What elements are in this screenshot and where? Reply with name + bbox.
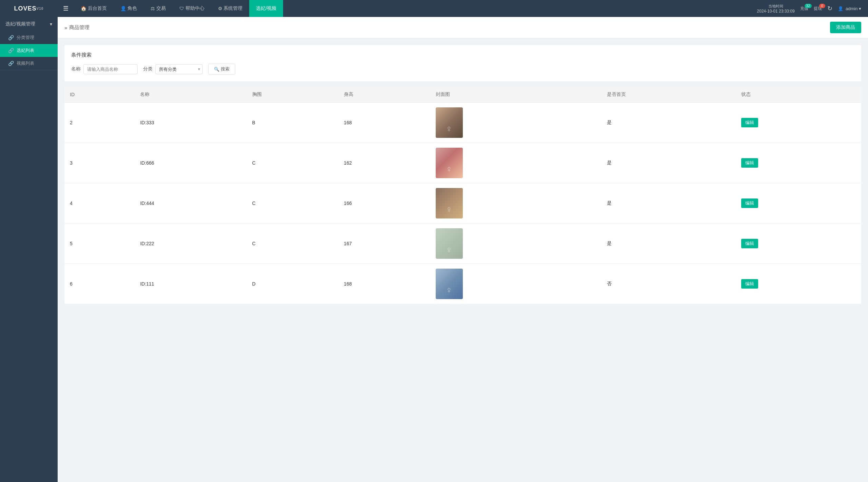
app-logo: LOVESV10 bbox=[0, 5, 58, 12]
video-list-icon: 🔗 bbox=[8, 61, 14, 66]
table-row: 4 ID:444 C 166 是 编辑 bbox=[64, 183, 861, 224]
category-label: 分类 bbox=[143, 66, 153, 72]
search-form: 名称 分类 所有分类 A B C D ▾ bbox=[71, 64, 854, 75]
cell-status: 编辑 bbox=[736, 183, 861, 224]
nav-item-transaction[interactable]: ⚖ 交易 bbox=[144, 0, 173, 17]
nav-item-dashboard[interactable]: 🏠 后台首页 bbox=[74, 0, 114, 17]
cell-name: ID:666 bbox=[135, 143, 246, 183]
menu-toggle-button[interactable]: ☰ bbox=[58, 5, 74, 12]
data-table: ID 名称 胸围 身高 封面图 是否首页 状态 2 ID:333 B 168 是… bbox=[64, 87, 861, 304]
cell-is-home: 是 bbox=[601, 183, 736, 224]
cell-status: 编辑 bbox=[736, 264, 861, 304]
name-form-group: 名称 bbox=[71, 64, 138, 74]
category-form-group: 分类 所有分类 A B C D ▾ bbox=[143, 64, 203, 74]
top-navigation: LOVESV10 ☰ 🏠 后台首页 👤 角色 ⚖ 交易 🛡 帮助中心 ⚙ 系统管… bbox=[0, 0, 868, 17]
withdraw-button[interactable]: 0 提现 bbox=[814, 6, 822, 12]
cover-image bbox=[436, 188, 463, 218]
nav-time: 当地时间 2024-10-01 23:33:09 bbox=[757, 4, 794, 14]
table-section: ID 名称 胸围 身高 封面图 是否首页 状态 2 ID:333 B 168 是… bbox=[64, 87, 861, 304]
transaction-icon: ⚖ bbox=[151, 6, 155, 11]
name-search-input[interactable] bbox=[83, 64, 138, 74]
sidebar-group-select-video: 选妃/视频管理 ▾ 🔗 分类管理 🔗 选妃列表 🔗 视频列表 bbox=[0, 17, 58, 70]
add-product-button[interactable]: 添加商品 bbox=[830, 22, 861, 33]
user-menu[interactable]: 👤 admin ▾ bbox=[838, 6, 861, 11]
col-header-status: 状态 bbox=[736, 87, 861, 103]
sidebar-item-girl-list[interactable]: 🔗 选妃列表 bbox=[0, 44, 58, 57]
cell-is-home: 是 bbox=[601, 103, 736, 143]
cell-id: 5 bbox=[64, 224, 135, 264]
cell-status: 编辑 bbox=[736, 224, 861, 264]
col-header-id: ID bbox=[64, 87, 135, 103]
cell-cover bbox=[430, 143, 601, 183]
cover-image bbox=[436, 228, 463, 259]
category-select-wrapper: 所有分类 A B C D ▾ bbox=[155, 64, 203, 74]
nav-item-system[interactable]: ⚙ 系统管理 bbox=[211, 0, 250, 17]
cell-cover bbox=[430, 183, 601, 224]
cell-name: ID:222 bbox=[135, 224, 246, 264]
breadcrumb: » 商品管理 bbox=[64, 24, 90, 31]
cell-name: ID:444 bbox=[135, 183, 246, 224]
nav-item-select-video[interactable]: 选妃/视频 bbox=[249, 0, 283, 17]
help-icon: 🛡 bbox=[179, 6, 184, 11]
cell-chest: C bbox=[247, 183, 339, 224]
cell-height: 166 bbox=[338, 183, 430, 224]
cover-image bbox=[436, 107, 463, 138]
search-button[interactable]: 🔍 搜索 bbox=[208, 64, 235, 75]
table-row: 3 ID:666 C 162 是 编辑 bbox=[64, 143, 861, 183]
category-select[interactable]: 所有分类 A B C D bbox=[155, 64, 203, 74]
table-header-row: ID 名称 胸围 身高 封面图 是否首页 状态 bbox=[64, 87, 861, 103]
name-label: 名称 bbox=[71, 66, 81, 72]
refresh-button[interactable]: ↻ bbox=[827, 5, 832, 12]
cell-status: 编辑 bbox=[736, 143, 861, 183]
cover-image bbox=[436, 148, 463, 178]
cell-name: ID:111 bbox=[135, 264, 246, 304]
nav-right-area: 当地时间 2024-10-01 23:33:09 32 充值 0 提现 ↻ 👤 … bbox=[757, 4, 868, 14]
nav-item-help[interactable]: 🛡 帮助中心 bbox=[173, 0, 211, 17]
nav-items: 🏠 后台首页 👤 角色 ⚖ 交易 🛡 帮助中心 ⚙ 系统管理 选妃/视频 bbox=[74, 0, 757, 17]
sidebar: 选妃/视频管理 ▾ 🔗 分类管理 🔗 选妃列表 🔗 视频列表 bbox=[0, 17, 58, 482]
search-title: 条件搜索 bbox=[71, 52, 854, 58]
cell-name: ID:333 bbox=[135, 103, 246, 143]
cover-image bbox=[436, 269, 463, 299]
cell-height: 168 bbox=[338, 264, 430, 304]
cell-is-home: 否 bbox=[601, 264, 736, 304]
girl-list-icon: 🔗 bbox=[8, 48, 14, 53]
charge-button[interactable]: 32 充值 bbox=[800, 6, 808, 12]
search-section: 条件搜索 名称 分类 所有分类 A B C D bbox=[64, 45, 861, 81]
chevron-down-icon: ▾ bbox=[50, 21, 52, 27]
cell-height: 162 bbox=[338, 143, 430, 183]
system-icon: ⚙ bbox=[218, 6, 222, 11]
sidebar-item-category[interactable]: 🔗 分类管理 bbox=[0, 31, 58, 44]
edit-button[interactable]: 编辑 bbox=[741, 279, 758, 289]
cell-is-home: 是 bbox=[601, 224, 736, 264]
nav-item-role[interactable]: 👤 角色 bbox=[114, 0, 144, 17]
breadcrumb-sep: » bbox=[64, 25, 67, 30]
cell-id: 3 bbox=[64, 143, 135, 183]
cell-height: 167 bbox=[338, 224, 430, 264]
sidebar-group-header[interactable]: 选妃/视频管理 ▾ bbox=[0, 17, 58, 31]
col-header-chest: 胸围 bbox=[247, 87, 339, 103]
sidebar-item-video-list[interactable]: 🔗 视频列表 bbox=[0, 57, 58, 70]
cell-chest: C bbox=[247, 143, 339, 183]
cell-status: 编辑 bbox=[736, 103, 861, 143]
col-header-home: 是否首页 bbox=[601, 87, 736, 103]
table-row: 5 ID:222 C 167 是 编辑 bbox=[64, 224, 861, 264]
col-header-height: 身高 bbox=[338, 87, 430, 103]
page-header: » 商品管理 添加商品 bbox=[58, 17, 868, 38]
cell-cover bbox=[430, 103, 601, 143]
dashboard-icon: 🏠 bbox=[81, 6, 86, 11]
edit-button[interactable]: 编辑 bbox=[741, 239, 758, 248]
edit-button[interactable]: 编辑 bbox=[741, 158, 758, 168]
edit-button[interactable]: 编辑 bbox=[741, 198, 758, 208]
cell-chest: C bbox=[247, 224, 339, 264]
cell-height: 168 bbox=[338, 103, 430, 143]
cell-cover bbox=[430, 224, 601, 264]
main-content: » 商品管理 添加商品 条件搜索 名称 分类 所有分类 A B bbox=[58, 17, 868, 482]
cell-id: 2 bbox=[64, 103, 135, 143]
role-icon: 👤 bbox=[120, 6, 126, 11]
edit-button[interactable]: 编辑 bbox=[741, 118, 758, 127]
cell-chest: B bbox=[247, 103, 339, 143]
search-icon: 🔍 bbox=[214, 67, 219, 72]
user-icon: 👤 bbox=[838, 6, 843, 11]
table-row: 6 ID:111 D 168 否 编辑 bbox=[64, 264, 861, 304]
